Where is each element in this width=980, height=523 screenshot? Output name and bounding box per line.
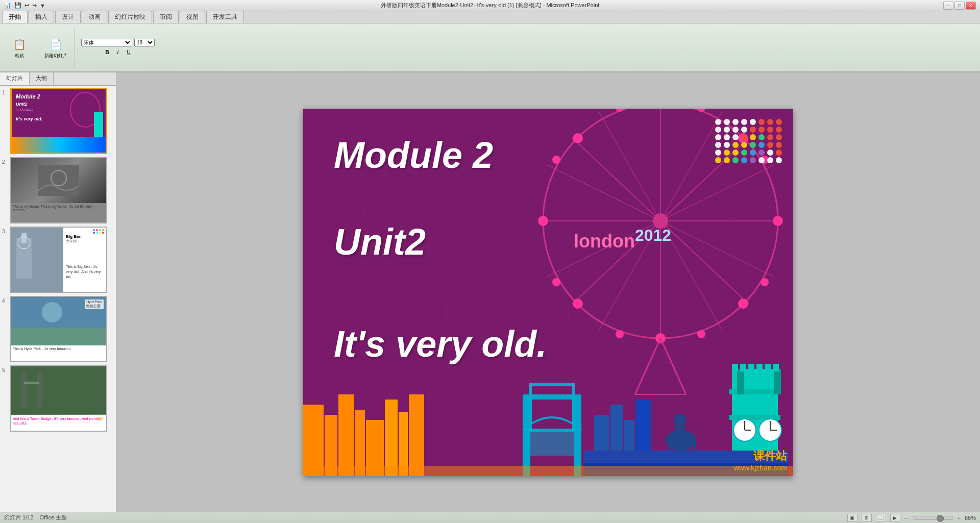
dot-3-4 bbox=[750, 142, 756, 148]
svg-point-42 bbox=[697, 330, 705, 338]
zoom-plus[interactable]: + bbox=[958, 515, 961, 521]
dot-1-7 bbox=[776, 127, 782, 133]
quick-save[interactable]: 💾 bbox=[14, 2, 21, 9]
slides-list: 1 Module 2 Unit2 london2012 It's very ol… bbox=[0, 86, 116, 512]
font-select[interactable]: 宋体 微软雅黑 bbox=[81, 39, 132, 46]
dot-1-2 bbox=[732, 127, 739, 133]
s3-textblock: Big Ben 大笨钟 This is Big Ben . It's very … bbox=[63, 228, 106, 292]
ribbon-group-font: 宋体 微软雅黑 18 24 36 B I U bbox=[77, 27, 159, 68]
slide-sorter-button[interactable]: ⊞ bbox=[862, 514, 872, 522]
slide-thumb-5[interactable]: 5 塔桥 And this is Tower B bbox=[2, 365, 114, 432]
tab-start[interactable]: 开始 bbox=[2, 11, 28, 23]
s3-title: Big Ben bbox=[66, 234, 104, 239]
paste-button[interactable]: 📋 粘贴 bbox=[8, 35, 31, 60]
slide-main-area: Module 2 Unit2 london2012 It's very old. bbox=[116, 72, 980, 512]
slide-london-text: london2012 bbox=[574, 226, 671, 252]
svg-rect-12 bbox=[24, 382, 39, 384]
dot-0-7 bbox=[776, 119, 782, 125]
svg-rect-60 bbox=[530, 384, 574, 430]
dot-2-0 bbox=[715, 134, 721, 140]
slide-preview-2: This is my home. This is my home. It's o… bbox=[10, 157, 107, 223]
svg-point-41 bbox=[761, 278, 769, 286]
quick-more[interactable]: ▼ bbox=[40, 3, 45, 9]
slide-num-4: 4 bbox=[2, 296, 10, 304]
svg-rect-8 bbox=[11, 328, 106, 345]
tab-design[interactable]: 设计 bbox=[55, 11, 81, 23]
zoom-level: 66% bbox=[965, 515, 976, 521]
slide-panel-tabs: 幻灯片 大纲 bbox=[0, 72, 116, 86]
svg-point-36 bbox=[538, 216, 548, 226]
status-left: 幻灯片 1/12 Office 主题 bbox=[4, 514, 67, 521]
dot-1-4 bbox=[750, 127, 756, 133]
s2-image bbox=[11, 158, 106, 203]
ribbon-tabs: 开始 插入 设计 动画 幻灯片放映 审阅 视图 开发工具 bbox=[0, 11, 980, 23]
dot-5-3 bbox=[741, 157, 747, 163]
new-slide-button[interactable]: 📄 新建幻灯片 bbox=[41, 35, 70, 60]
slideshow-button[interactable]: ▶ bbox=[890, 514, 900, 522]
close-button[interactable]: ✕ bbox=[966, 2, 976, 10]
svg-rect-92 bbox=[303, 466, 793, 476]
slide-preview-3: Big Ben 大笨钟 This is Big Ben . It's very … bbox=[10, 227, 107, 293]
dot-4-4 bbox=[750, 150, 756, 156]
dot-5-2 bbox=[732, 157, 739, 163]
slide-thumb-2[interactable]: 2 This is my home. This is my home. It's… bbox=[2, 157, 114, 223]
quick-redo[interactable]: ↪ bbox=[32, 2, 37, 9]
s1-london: london2012 bbox=[16, 108, 33, 111]
tab-insert[interactable]: 插入 bbox=[29, 11, 54, 23]
status-right: ▣ ⊞ 📖 ▶ ─ + 66% bbox=[847, 514, 976, 522]
dot-1-0 bbox=[715, 127, 721, 133]
tab-view[interactable]: 视图 bbox=[180, 11, 205, 23]
tab-developer[interactable]: 开发工具 bbox=[206, 11, 244, 23]
dot-2-7 bbox=[776, 134, 782, 140]
tab-animation[interactable]: 动画 bbox=[82, 11, 107, 23]
tab-review[interactable]: 审阅 bbox=[153, 11, 179, 23]
dot-1-6 bbox=[767, 127, 773, 133]
slide-tagline-text: It's very old. bbox=[334, 323, 547, 365]
tab-outline[interactable]: 大纲 bbox=[30, 72, 54, 85]
zoom-slider[interactable] bbox=[913, 516, 953, 520]
app-icon: 📊 bbox=[4, 2, 11, 9]
svg-point-33 bbox=[738, 298, 748, 309]
dot-4-6 bbox=[767, 150, 773, 156]
window-title: 外研版四年级英语下册Module2-Unit2--It's-very-old (… bbox=[381, 2, 600, 9]
tab-slideshow[interactable]: 幻灯片放映 bbox=[108, 11, 152, 23]
dot-3-6 bbox=[767, 142, 773, 148]
underline-button[interactable]: U bbox=[124, 48, 133, 56]
slide-thumb-4[interactable]: 4 HydePark 海德公园 bbox=[2, 296, 114, 362]
slide-num-5: 5 bbox=[2, 365, 10, 373]
dot-5-1 bbox=[724, 157, 730, 163]
minimize-button[interactable]: ─ bbox=[943, 2, 953, 10]
slide-thumb-1[interactable]: 1 Module 2 Unit2 london2012 It's very ol… bbox=[2, 88, 114, 154]
ribbon: 开始 插入 设计 动画 幻灯片放映 审阅 视图 开发工具 📋 粘贴 📄 新建幻灯… bbox=[0, 11, 980, 72]
dot-2-6 bbox=[767, 134, 773, 140]
s1-tagline: It's very old. bbox=[16, 116, 42, 121]
slide-num-2: 2 bbox=[2, 157, 10, 165]
dot-3-0 bbox=[715, 142, 721, 148]
dot-3-1 bbox=[724, 142, 730, 148]
bold-button[interactable]: B bbox=[102, 48, 112, 56]
main-slide[interactable]: Module 2 Unit2 london2012 It's very old. bbox=[303, 109, 793, 476]
ribbon-group-clipboard: 📋 粘贴 bbox=[4, 27, 35, 68]
dot-1-1 bbox=[724, 127, 730, 133]
svg-rect-89 bbox=[773, 364, 779, 371]
slide-thumb-3[interactable]: 3 bbox=[2, 227, 114, 293]
dot-2-2 bbox=[732, 134, 739, 140]
zoom-minus[interactable]: ─ bbox=[904, 515, 909, 521]
dot-0-2 bbox=[732, 119, 739, 125]
s3-caption: This is Big Ben . It's very old . And it… bbox=[66, 264, 104, 279]
slide-num-1: 1 bbox=[2, 88, 10, 95]
quick-undo[interactable]: ↩ bbox=[24, 2, 29, 9]
svg-rect-88 bbox=[765, 364, 771, 371]
fontsize-select[interactable]: 18 24 36 bbox=[134, 39, 155, 46]
svg-rect-4 bbox=[21, 233, 27, 243]
svg-rect-10 bbox=[21, 371, 27, 407]
reading-view-button[interactable]: 📖 bbox=[876, 514, 886, 522]
italic-button[interactable]: I bbox=[114, 48, 122, 56]
dots-grid bbox=[715, 119, 783, 163]
maximize-button[interactable]: □ bbox=[954, 2, 965, 10]
tab-slides[interactable]: 幻灯片 bbox=[0, 72, 30, 85]
slide-info: 幻灯片 1/12 bbox=[4, 514, 33, 521]
svg-rect-82 bbox=[737, 369, 744, 394]
svg-rect-56 bbox=[409, 394, 424, 476]
normal-view-button[interactable]: ▣ bbox=[847, 514, 857, 522]
